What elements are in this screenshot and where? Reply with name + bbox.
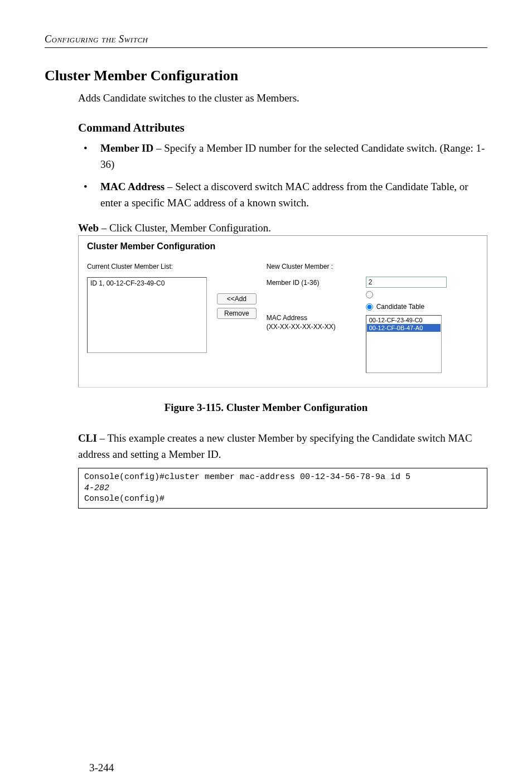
mac-label-line2: (XX-XX-XX-XX-XX-XX) <box>267 323 336 331</box>
remove-button[interactable]: Remove <box>217 308 257 319</box>
web-desc: – Click Cluster, Member Configuration. <box>99 222 271 234</box>
list-item[interactable]: 00-12-CF-0B-47-A0 <box>367 324 441 332</box>
current-member-column: Current Cluster Member List: ID 1, 00-12… <box>87 263 207 353</box>
bullet-label: Member ID <box>100 142 153 154</box>
screenshot-panel: Cluster Member Configuration Current Clu… <box>78 235 487 388</box>
cli-desc: – This example creates a new cluster Mem… <box>78 432 472 460</box>
candidate-listbox[interactable]: 00-12-CF-23-49-C0 00-12-CF-0B-47-A0 <box>366 315 442 373</box>
cli-line-ref: 4-282 <box>84 483 109 493</box>
candidate-table-label: Candidate Table <box>376 303 425 311</box>
current-member-label: Current Cluster Member List: <box>87 263 207 270</box>
member-id-label: Member ID (1-36) <box>267 277 356 287</box>
intro-text: Adds Candidate switches to the cluster a… <box>78 92 487 104</box>
page-number: 3-244 <box>89 762 114 774</box>
new-member-column: New Cluster Member : Member ID (1-36) MA… <box>267 263 356 331</box>
bullet-item: MAC Address – Select a discoverd switch … <box>84 179 487 211</box>
cli-line: Console(config)#cluster member mac-addre… <box>84 472 415 482</box>
cli-console-box: Console(config)#cluster member mac-addre… <box>78 468 487 509</box>
candidate-radio-row: Candidate Table <box>366 303 447 311</box>
add-button[interactable]: <<Add <box>217 293 257 304</box>
current-member-listbox[interactable]: ID 1, 00-12-CF-23-49-C0 <box>87 277 207 353</box>
new-member-label: New Cluster Member : <box>267 263 356 270</box>
panel-title: Cluster Member Configuration <box>87 241 478 251</box>
bullet-desc: – Specify a Member ID number for the sel… <box>100 142 485 170</box>
mac-label-line1: MAC Address <box>267 314 307 322</box>
cli-label: CLI <box>78 432 97 444</box>
subsection-heading: Command Attributes <box>78 121 487 135</box>
page-header: Configuring the Switch <box>45 33 487 48</box>
cli-line: Console(config)# <box>84 494 165 504</box>
web-label: Web <box>78 222 99 234</box>
list-item[interactable]: 00-12-CF-23-49-C0 <box>367 316 441 324</box>
member-id-input[interactable] <box>366 277 447 288</box>
list-item[interactable]: ID 1, 00-12-CF-23-49-C0 <box>89 279 205 288</box>
web-instruction: Web – Click Cluster, Member Configuratio… <box>78 222 487 234</box>
button-column: <<Add Remove <box>217 293 257 319</box>
bullet-item: Member ID – Specify a Member ID number f… <box>84 141 487 172</box>
section-title: Cluster Member Configuration <box>45 67 487 84</box>
mac-address-label: MAC Address (XX-XX-XX-XX-XX-XX) <box>267 289 356 331</box>
bullet-list: Member ID – Specify a Member ID number f… <box>84 141 487 211</box>
input-column: Candidate Table 00-12-CF-23-49-C0 00-12-… <box>366 263 447 373</box>
bullet-label: MAC Address <box>100 181 165 192</box>
figure-caption: Figure 3-115. Cluster Member Configurati… <box>45 401 487 414</box>
mac-text-radio-row <box>366 291 447 298</box>
cli-description: CLI – This example creates a new cluster… <box>78 430 487 462</box>
mac-text-radio[interactable] <box>366 291 373 298</box>
candidate-table-radio[interactable] <box>366 303 373 311</box>
